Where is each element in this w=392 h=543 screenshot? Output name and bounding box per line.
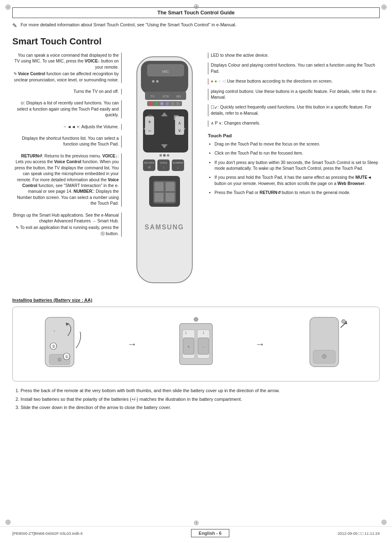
corner-mark-bl: ⊕ xyxy=(5,518,11,527)
svg-text:∧: ∧ xyxy=(178,120,181,125)
battery-step-2: + - ↓ ↓ xyxy=(178,315,214,373)
svg-point-13 xyxy=(160,102,164,105)
svg-rect-47 xyxy=(154,193,164,202)
ann-volume: − ◄◄ +: Adjusts the Volume. xyxy=(12,124,122,130)
touchpad-item-1: Drag on the Touch Pad to move the focus … xyxy=(214,141,380,147)
step-arrow-1: → xyxy=(127,338,137,350)
svg-text:↓: ↓ xyxy=(163,166,164,169)
svg-rect-45 xyxy=(154,182,164,191)
svg-text:VOICE: VOICE xyxy=(159,162,167,164)
battery-step-text-1: Press the back of the remote at the very… xyxy=(21,387,380,394)
svg-rect-46 xyxy=(166,182,175,191)
right-annotations: LED to show the active device. Displays … xyxy=(205,53,380,291)
step-arrow-2: → xyxy=(255,338,265,350)
svg-point-14 xyxy=(166,102,169,105)
remote-svg: MIC TV STB BD xyxy=(125,53,205,291)
svg-text:∨: ∨ xyxy=(178,128,181,133)
svg-text:-: - xyxy=(203,344,204,349)
battery-step-text-3: Slide the cover down in the direction of… xyxy=(21,404,380,411)
ann-recent: ⊙: Displays a list of recently used func… xyxy=(12,100,122,118)
svg-point-32 xyxy=(163,154,166,157)
touchpad-item-4: If you press and hold the Touch Pad, it … xyxy=(214,175,380,187)
ann-smart-hub: Brings up the Smart Hub applications. Se… xyxy=(12,213,122,237)
footer-date-info: 2012-09-05 □□ 11:11:24 xyxy=(338,531,380,536)
svg-text:SAMSUNG: SAMSUNG xyxy=(145,224,184,231)
ann-return-voice-number: RETURN↺: Returns to the previous menu. V… xyxy=(12,153,122,207)
battery-step-1-img: ② ① ↓ xyxy=(41,315,86,373)
touchpad-item-3: If you don't press any button within 30 … xyxy=(214,160,380,172)
svg-point-12 xyxy=(155,102,158,105)
svg-point-65 xyxy=(194,317,198,321)
svg-rect-48 xyxy=(166,193,175,202)
svg-text:↓: ↓ xyxy=(202,329,205,335)
battery-step-2-img: + - ↓ ↓ xyxy=(178,315,214,373)
svg-text:②: ② xyxy=(52,344,55,349)
corner-mark-tr: ⊕ xyxy=(381,2,387,12)
svg-text:BD: BD xyxy=(176,95,181,98)
page-footer: [PE8000-ZT]BN68-04062F-03L03.indb 6 Engl… xyxy=(0,526,392,537)
battery-step-text-2: Install two batteries so that the polari… xyxy=(21,396,380,403)
battery-section: Installing batteries (Battery size : AA)… xyxy=(12,298,380,411)
svg-text:+: + xyxy=(187,344,190,349)
svg-point-5 xyxy=(156,80,159,83)
svg-point-52 xyxy=(58,358,61,361)
intro-note: ✎ For more detailed information about Sm… xyxy=(12,22,380,29)
ann-color-buttons: ● ● ○ ○: Use these buttons according to … xyxy=(208,79,380,84)
svg-point-4 xyxy=(152,80,154,83)
svg-text:::: :: xyxy=(177,166,178,169)
bottom-center-mark: ⊕ xyxy=(194,519,199,527)
ann-colour-display: Displays Colour and playing control func… xyxy=(208,62,380,74)
svg-text:↺: ↺ xyxy=(148,166,150,169)
touchpad-section: Touch Pad Drag on the Touch Pad to move … xyxy=(208,132,380,196)
svg-point-15 xyxy=(171,102,174,105)
touchpad-item-5: Press the Touch Pad or RETURN↺ button to… xyxy=(214,190,380,196)
touchpad-list: Drag on the Touch Pad to move the focus … xyxy=(208,141,380,196)
top-center-mark: ⊕ xyxy=(194,2,199,10)
svg-text:RETURN: RETURN xyxy=(144,162,154,164)
svg-text:NUMBER: NUMBER xyxy=(172,162,183,164)
ann-power: Turns the TV on and off. xyxy=(12,89,122,95)
corner-mark-br: ⊕ xyxy=(381,518,387,527)
battery-heading: Installing batteries (Battery size : AA) xyxy=(12,298,380,303)
remote-illustration: MIC TV STB BD xyxy=(123,53,205,291)
corner-mark-tl: ⊕ xyxy=(5,2,11,12)
svg-point-31 xyxy=(159,154,162,157)
section-heading: Smart Touch Control xyxy=(12,36,380,47)
svg-text:↓: ↓ xyxy=(184,329,187,335)
ann-channels: ∧ P ∨: Changes channels. xyxy=(208,120,380,126)
svg-point-11 xyxy=(150,102,153,105)
svg-point-16 xyxy=(176,102,180,105)
svg-text:−: − xyxy=(148,127,151,134)
svg-text:↓: ↓ xyxy=(53,328,55,333)
footer-file-info: [PE8000-ZT]BN68-04062F-03L03.indb 6 xyxy=(12,531,83,536)
battery-step-3-img xyxy=(306,315,351,373)
battery-step-1: ② ① ↓ xyxy=(41,315,86,373)
svg-point-70 xyxy=(322,354,326,358)
touchpad-item-2: Click on the Touch Pad to run the focuse… xyxy=(214,150,380,156)
svg-point-72 xyxy=(341,319,346,323)
page-number-box: English - 6 xyxy=(191,529,230,537)
ann-voice-mic: You can speak a voice command that displ… xyxy=(12,53,122,83)
ann-quick-select: ☐↙: Quickly select frequently used funct… xyxy=(208,104,380,116)
svg-text:①: ① xyxy=(65,354,69,359)
svg-text:TV: TV xyxy=(150,95,154,98)
svg-text:+: + xyxy=(148,118,151,125)
ann-playback-buttons: playing control buttons: Use these butto… xyxy=(208,89,380,101)
svg-point-33 xyxy=(167,154,169,157)
main-diagram-area: You can speak a voice command that displ… xyxy=(12,53,380,291)
svg-text:STB: STB xyxy=(162,95,169,98)
svg-text:MIC: MIC xyxy=(162,69,169,74)
left-annotations: You can speak a voice command that displ… xyxy=(12,53,123,291)
ann-led: LED to show the active device. xyxy=(208,53,380,58)
battery-diagram: ② ① ↓ → xyxy=(12,307,380,381)
battery-steps-list: Press the back of the remote at the very… xyxy=(12,387,380,411)
ann-shortcut: Displays the shortcut functions list. Yo… xyxy=(12,136,122,148)
touchpad-title: Touch Pad xyxy=(208,132,380,139)
battery-step-3 xyxy=(306,315,351,373)
